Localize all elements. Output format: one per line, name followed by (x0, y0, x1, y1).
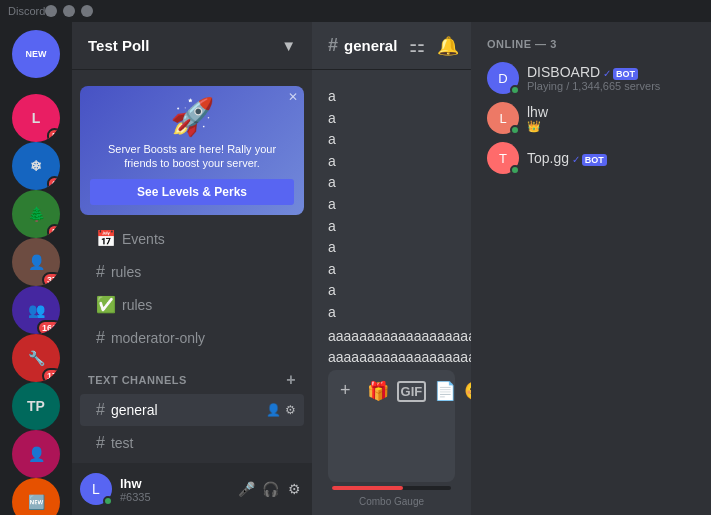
boost-icon: 🚀 (90, 96, 294, 138)
member-status: Playing / 1,344,665 servers (527, 80, 695, 92)
status-dot (510, 125, 520, 135)
close-banner-button[interactable]: ✕ (288, 90, 298, 104)
close-button[interactable]: ✕ (81, 5, 93, 17)
member-item-top.gg[interactable]: TTop.gg ✓BOT (479, 138, 703, 178)
hash-icon: # (96, 401, 105, 419)
gift-icon[interactable]: 🎁 (367, 380, 389, 402)
message-line: a (328, 86, 455, 108)
mute-button[interactable]: 🎤 (236, 479, 256, 499)
main-content: # general ⚏ 🔔 📌 👥 🔍 🖥 ❓ aaaaaaaaaaa (312, 22, 471, 515)
channel-item-rules2[interactable]: ✅ rules (80, 289, 304, 321)
server-icon-s5[interactable]: 👥161 (12, 286, 60, 334)
user-settings-button[interactable]: ⚙ (284, 479, 304, 499)
notification-icon[interactable]: 🔔 (437, 35, 459, 57)
bot-badge: BOT (613, 68, 638, 80)
member-item-lhw[interactable]: Llhw👑 (479, 98, 703, 138)
message-line: a (328, 172, 455, 194)
channel-item-general[interactable]: # general 👤 ⚙ (80, 394, 304, 426)
member-status: 👑 (527, 120, 695, 133)
message-line: a (328, 280, 455, 302)
server-icon-s2[interactable]: ❄6 (12, 142, 60, 190)
titlebar: Discord — □ ✕ (0, 0, 711, 22)
server-icon-s9[interactable]: 🆕 (12, 478, 60, 515)
settings-icon[interactable]: ⚙ (285, 403, 296, 417)
boost-banner: ✕ 🚀 Server Boosts are here! Rally your f… (80, 86, 304, 215)
server-header[interactable]: Test Poll ▼ (72, 22, 312, 70)
new-badge: NEW (26, 49, 47, 59)
boost-text: Server Boosts are here! Rally your frien… (90, 142, 294, 171)
server-icon-s8[interactable]: 👤 (12, 430, 60, 478)
channel-sidebar: Test Poll ▼ ✕ 🚀 Server Boosts are here! … (72, 22, 312, 515)
app-title: Discord (8, 5, 45, 17)
channel-item-moderator[interactable]: # moderator-only (80, 322, 304, 354)
channel-list: ✕ 🚀 Server Boosts are here! Rally your f… (72, 70, 312, 463)
server-icon-s4[interactable]: 👤37 (12, 238, 60, 286)
members-sidebar: ONLINE — 3 DDISBOARD ✓BOTPlaying / 1,344… (471, 22, 711, 515)
hashtag-icon[interactable]: ⚏ (409, 35, 425, 57)
server-name: Test Poll (88, 37, 149, 54)
long-messages-combo: aaaaaaaaaaaaaaaaaaaaaaaaaaaaaaaaaaaa aaa… (328, 326, 455, 370)
combo-gauge-bar (332, 486, 451, 490)
message-line: a (328, 237, 455, 259)
member-name: DISBOARD ✓BOT (527, 64, 695, 80)
status-dot (510, 85, 520, 95)
combo-gauge-label: Combo Gauge (328, 496, 455, 507)
message-line: aaaaaaaaaaaaaaaaaaaaaaaaaaaaaaaaaaaa (328, 347, 471, 369)
message-input-row: + aaaaaaaaaaaaaaaaa aaaaaaaaaaaaaaaaa aa… (328, 370, 455, 482)
long-message-block: aaaaaaaaaaaaaaaaaaaaaaaaaaaaaaaaaaaa aaa… (328, 326, 471, 370)
hash-icon: # (96, 263, 105, 281)
messages-area: aaaaaaaaaaa aaaaaaaaaaaaaaaaaaaaaaaaaaaa… (312, 70, 471, 370)
home-server-icon[interactable]: NEW (12, 30, 60, 78)
status-dot (510, 165, 520, 175)
minimize-button[interactable]: — (45, 5, 57, 17)
channel-item-events[interactable]: 📅 Events (80, 223, 304, 255)
calendar-icon: 📅 (96, 229, 116, 248)
deafen-button[interactable]: 🎧 (260, 479, 280, 499)
hash-icon: # (96, 434, 105, 452)
user-status-dot (103, 496, 113, 506)
channel-item-rules[interactable]: # rules (80, 256, 304, 288)
channel-item-test[interactable]: # test (80, 427, 304, 459)
channel-header: # general ⚏ 🔔 📌 👥 🔍 🖥 ❓ (312, 22, 471, 70)
text-channels-section: TEXT CHANNELS + (72, 355, 312, 393)
message-line: a (328, 216, 455, 238)
member-avatar: L (487, 102, 519, 134)
server-icon-s6[interactable]: 🔧17 (12, 334, 60, 382)
server-icon-s1[interactable]: L5 (12, 94, 60, 142)
invite-icon[interactable]: 👤 (266, 403, 281, 417)
discriminator: #6335 (120, 491, 228, 503)
server-icon-s3[interactable]: 🌲5 (12, 190, 60, 238)
user-info: lhw #6335 (120, 476, 228, 503)
see-levels-perks-button[interactable]: See Levels & Perks (90, 179, 294, 205)
message-input-area: + aaaaaaaaaaaaaaaaa aaaaaaaaaaaaaaaaa aa… (312, 370, 471, 515)
username: lhw (120, 476, 228, 491)
member-info: lhw👑 (527, 104, 695, 133)
single-messages: aaaaaaaaaaa (328, 86, 455, 324)
message-line: a (328, 129, 455, 151)
combo-gauge-fill (332, 486, 403, 490)
channel-title: # general (328, 35, 397, 56)
file-icon[interactable]: 📄 (434, 380, 456, 402)
message-line: a (328, 259, 455, 281)
window-controls: — □ ✕ (45, 5, 93, 17)
server-icons-container: L5❄6🌲5👤37👥161🔧17TP👤🆕 (12, 94, 60, 515)
verified-badge: ✓ (600, 68, 611, 79)
emoji-icon[interactable]: 😊 (464, 380, 471, 402)
gif-icon[interactable]: GIF (397, 381, 427, 402)
add-content-button[interactable]: + (340, 378, 351, 401)
message-line: a (328, 151, 455, 173)
channel-name: general (344, 37, 397, 54)
bot-badge: BOT (582, 154, 607, 166)
hash-icon: # (96, 329, 105, 347)
server-icon-s7[interactable]: TP (12, 382, 60, 430)
message-line: aaaaaaaaaaaaaaaaaaaaaaaaaaaaaaaaaaaa (328, 326, 471, 348)
member-item-disboard[interactable]: DDISBOARD ✓BOTPlaying / 1,344,665 server… (479, 58, 703, 98)
message-line: a (328, 194, 455, 216)
member-info: DISBOARD ✓BOTPlaying / 1,344,665 servers (527, 64, 695, 92)
maximize-button[interactable]: □ (63, 5, 75, 17)
add-text-channel-button[interactable]: + (286, 371, 296, 389)
verified-badge: ✓ (569, 154, 580, 165)
channel-actions: 👤 ⚙ (266, 403, 296, 417)
member-avatar: T (487, 142, 519, 174)
member-name: lhw (527, 104, 695, 120)
